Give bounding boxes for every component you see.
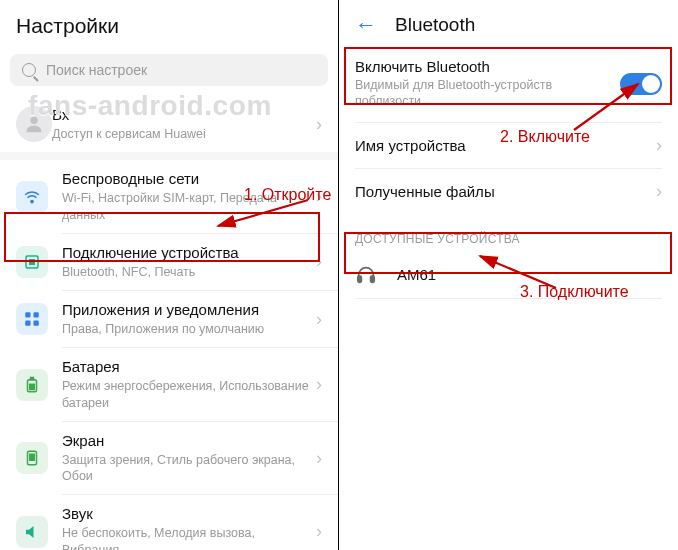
- search-icon: [22, 63, 36, 77]
- settings-item-display[interactable]: Экран Защита зрения, Стиль рабочего экра…: [0, 422, 338, 495]
- wifi-icon: [16, 181, 48, 213]
- svg-rect-6: [25, 321, 30, 326]
- list-item-label: Беспроводные сети: [62, 170, 310, 188]
- bt-enable-label: Включить Bluetooth: [355, 58, 620, 75]
- headphones-icon: [355, 264, 377, 286]
- chevron-right-icon: ›: [316, 521, 322, 542]
- settings-item-sound[interactable]: Звук Не беспокоить, Мелодия вызова, Вибр…: [0, 495, 338, 550]
- bt-device-row[interactable]: AM61: [339, 252, 678, 298]
- search-placeholder: Поиск настроек: [46, 62, 147, 78]
- list-item-label: Звук: [62, 505, 310, 523]
- svg-point-1: [31, 200, 33, 202]
- battery-icon: [16, 369, 48, 401]
- received-files-row[interactable]: Полученные файлы ›: [339, 169, 678, 214]
- list-item-sub: Bluetooth, NFC, Печать: [62, 264, 310, 280]
- available-devices-header: ДОСТУПНЫЕ УСТРОЙСТВА: [339, 214, 678, 252]
- svg-rect-12: [30, 454, 35, 460]
- chevron-right-icon: ›: [316, 186, 322, 207]
- list-item-label: Подключение устройства: [62, 244, 310, 262]
- device-connection-icon: [16, 246, 48, 278]
- bt-enable-row[interactable]: Включить Bluetooth Видимый для Bluetooth…: [339, 46, 678, 122]
- display-icon: [16, 442, 48, 474]
- avatar-icon: [16, 106, 52, 142]
- chevron-right-icon: ›: [316, 251, 322, 272]
- list-item-label: Экран: [62, 432, 310, 450]
- settings-item-device-connection[interactable]: Подключение устройства Bluetooth, NFC, П…: [0, 234, 338, 290]
- chevron-right-icon: ›: [656, 181, 662, 202]
- svg-rect-5: [34, 312, 39, 317]
- svg-rect-3: [30, 260, 35, 265]
- list-item-label: Батарея: [62, 358, 310, 376]
- account-subtitle: Доступ к сервисам Huawei: [52, 126, 310, 142]
- chevron-right-icon: ›: [316, 448, 322, 469]
- bt-enable-sub: Видимый для Bluetooth-устройств поблизос…: [355, 77, 620, 110]
- settings-item-battery[interactable]: Батарея Режим энергосбережения, Использо…: [0, 348, 338, 421]
- settings-screen: Настройки Поиск настроек Вх Доступ к сер…: [0, 0, 339, 550]
- chevron-right-icon: ›: [316, 309, 322, 330]
- chevron-right-icon: ›: [656, 135, 662, 156]
- apps-icon: [16, 303, 48, 335]
- svg-rect-9: [31, 377, 34, 379]
- svg-rect-15: [371, 275, 375, 281]
- received-files-label: Полученные файлы: [355, 183, 650, 200]
- account-row[interactable]: Вх Доступ к сервисам Huawei ›: [0, 96, 338, 152]
- bluetooth-screen: ← Bluetooth Включить Bluetooth Видимый д…: [339, 0, 678, 550]
- page-title: Bluetooth: [395, 14, 475, 36]
- bt-toggle[interactable]: [620, 73, 662, 95]
- account-title: Вх: [52, 106, 310, 124]
- back-arrow-icon[interactable]: ←: [355, 14, 377, 36]
- list-item-sub: Защита зрения, Стиль рабочего экрана, Об…: [62, 452, 310, 485]
- list-item-sub: Права, Приложения по умолчанию: [62, 321, 310, 337]
- list-item-sub: Режим энергосбережения, Использование ба…: [62, 378, 310, 411]
- svg-rect-4: [25, 312, 30, 317]
- device-name-row[interactable]: Имя устройства ›: [339, 123, 678, 168]
- chevron-right-icon: ›: [316, 114, 322, 135]
- chevron-right-icon: ›: [316, 374, 322, 395]
- list-item-sub: Не беспокоить, Мелодия вызова, Вибрация: [62, 525, 310, 550]
- list-item-label: Приложения и уведомления: [62, 301, 310, 319]
- svg-rect-14: [358, 275, 362, 281]
- sound-icon: [16, 516, 48, 548]
- svg-point-0: [30, 117, 37, 124]
- device-name-label: Имя устройства: [355, 137, 650, 154]
- settings-item-wireless[interactable]: Беспроводные сети Wi-Fi, Настройки SIM-к…: [0, 160, 338, 233]
- bluetooth-header: ← Bluetooth: [339, 0, 678, 46]
- settings-header: Настройки: [0, 0, 338, 50]
- list-item-sub: Wi-Fi, Настройки SIM-карт, Передача данн…: [62, 190, 310, 223]
- search-input[interactable]: Поиск настроек: [10, 54, 328, 86]
- settings-item-apps[interactable]: Приложения и уведомления Права, Приложен…: [0, 291, 338, 347]
- page-title: Настройки: [16, 14, 322, 38]
- bt-device-name: AM61: [397, 266, 436, 283]
- svg-rect-10: [30, 384, 35, 389]
- svg-rect-7: [34, 321, 39, 326]
